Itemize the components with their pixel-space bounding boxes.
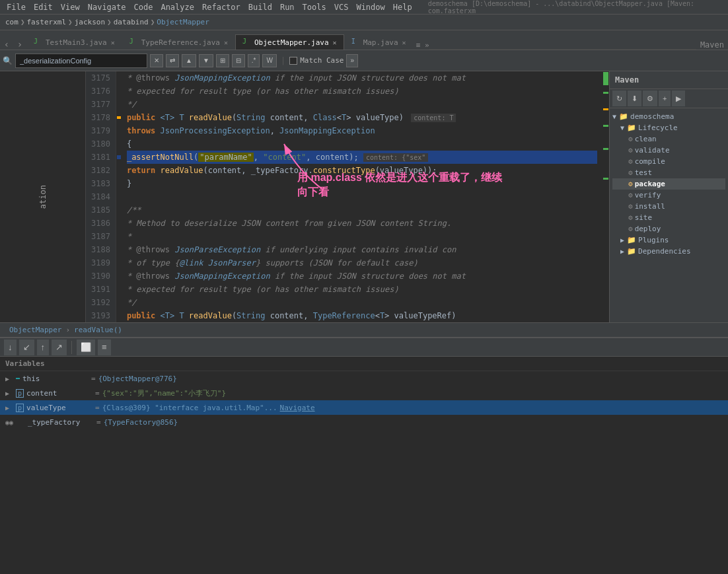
tab-testmain3-close[interactable]: ✕ [111, 39, 115, 46]
debug-frames-btn[interactable]: ⬜ [77, 340, 95, 355]
maven-toolbar: ↻ ⬇ ⚙ + ▶ [610, 89, 728, 108]
tab-nav-right[interactable]: › [13, 39, 26, 50]
tab-objectmapper[interactable]: J ObjectMapper.java ✕ [235, 34, 344, 50]
more-options-button[interactable]: » [346, 54, 358, 67]
search-input[interactable] [15, 54, 147, 68]
left-sidebar: ation [0, 71, 86, 322]
maven-tree-item-validate[interactable]: ⚙ validate [612, 145, 725, 156]
scroll-mark-green-2 [603, 92, 608, 94]
tab-map[interactable]: I Map.java ✕ [344, 34, 414, 50]
var-row-this[interactable]: ▶ this = {ObjectMapper@776} [0, 371, 728, 386]
code-line-3193: public <T> T readValue(String content, T… [127, 309, 597, 322]
breadcrumb-databind[interactable]: databind [114, 18, 149, 26]
code-line-3183: } [127, 177, 597, 190]
maven-more-btn[interactable]: ▶ [672, 90, 685, 106]
maven-settings-btn[interactable]: ⚙ [643, 90, 657, 106]
gear-icon-clean: ⚙ [628, 135, 633, 143]
maven-tab-label[interactable]: Maven [696, 40, 728, 50]
deps-folder-icon: 📁 [627, 247, 636, 256]
folder-collapsed-plugins-icon: ▶ [620, 236, 624, 244]
menu-vcs[interactable]: VCS [330, 1, 353, 13]
gutter-mark-orange [117, 116, 121, 119]
menu-build[interactable]: Build [244, 1, 276, 13]
maven-tree-item-plugins[interactable]: ▶ 📁 Plugins [612, 234, 725, 246]
title-text: demoschema [D:\demoschema] - ...\databin… [424, 0, 725, 16]
menu-code[interactable]: Code [130, 1, 157, 13]
bottom-bc-objectmapper[interactable]: ObjectMapper [9, 326, 61, 334]
maven-add-btn[interactable]: + [659, 90, 671, 106]
maven-tree-item-site[interactable]: ⚙ site [612, 212, 725, 223]
menu-navigate[interactable]: Navigate [84, 1, 130, 13]
next-match-button[interactable]: ▼ [199, 54, 213, 67]
editor: 3175 3176 3177 3178 3179 3180 3181 3182 … [86, 71, 609, 322]
clear-search-button[interactable]: ✕ [150, 54, 163, 67]
maven-tree-item-verify[interactable]: ⚙ verify [612, 190, 725, 201]
tab-map-close[interactable]: ✕ [402, 39, 406, 46]
maven-tree-item-deploy[interactable]: ⚙ deploy [612, 223, 725, 234]
expand-icon-valuetype[interactable]: ▶ [5, 404, 16, 412]
maven-tree-item-demoschema[interactable]: ▼ 📁 demoschema [612, 111, 725, 122]
maven-tree-item-compile[interactable]: ⚙ compile [612, 156, 725, 167]
find-all-button[interactable]: ⊞ [216, 54, 229, 67]
maven-download-btn[interactable]: ⬇ [628, 90, 641, 106]
regex-button[interactable]: .* [248, 54, 260, 67]
debug-run-to-cursor-btn[interactable]: ↗ [52, 340, 67, 355]
debug-step-out-btn[interactable]: ↑ [37, 340, 50, 355]
java-file-icon-3: J [242, 38, 252, 47]
debug-step-into-btn[interactable]: ↙ [19, 340, 34, 355]
menu-tools[interactable]: Tools [299, 1, 330, 13]
replace-toggle-button[interactable]: ⇄ [166, 54, 179, 67]
gear-icon-site: ⚙ [628, 213, 633, 222]
breadcrumb-com[interactable]: com [5, 18, 18, 26]
more-tabs-btn[interactable]: ≡ » [416, 41, 429, 50]
maven-tree-item-dependencies[interactable]: ▶ 📁 Dependencies [612, 246, 725, 257]
prev-match-button[interactable]: ▲ [182, 54, 196, 67]
maven-tree-item-clean[interactable]: ⚙ clean [612, 133, 725, 145]
menu-analyze[interactable]: Analyze [157, 1, 198, 13]
maven-tree-item-install[interactable]: ⚙ install [612, 201, 725, 212]
tab-testmain3[interactable]: J TestMain3.java ✕ [26, 34, 122, 50]
var-row-typefactory[interactable]: ◉◉ _typeFactory = {TypeFactory@856} [0, 415, 728, 429]
tab-typereference[interactable]: J TypeReference.java ✕ [122, 34, 235, 50]
scroll-gutter [602, 71, 609, 322]
breadcrumb-fasterxml[interactable]: fasterxml [27, 18, 67, 26]
menu-help[interactable]: Help [389, 1, 416, 13]
code-line-3182: return readValue(content, _typeFactory.c… [127, 164, 597, 177]
tab-nav-left[interactable]: ‹ [0, 39, 13, 50]
menu-view[interactable]: View [57, 1, 84, 13]
breadcrumb-jackson[interactable]: jackson [75, 18, 105, 26]
menu-bar: File Edit View Navigate Code Analyze Ref… [0, 0, 728, 15]
gear-icon-package: ⚙ [628, 180, 633, 188]
maven-tree-item-lifecycle[interactable]: ▼ 📁 Lifecycle [612, 122, 725, 133]
var-row-content[interactable]: ▶ p content = {"sex":"男","name":"小李飞刀"} [0, 386, 728, 400]
menu-run[interactable]: Run [276, 1, 299, 13]
menu-file[interactable]: File [3, 1, 30, 13]
expand-icon-content[interactable]: ▶ [5, 390, 16, 397]
menu-window[interactable]: Window [352, 1, 388, 13]
bottom-bc-readvalue[interactable]: readValue() [74, 326, 122, 334]
var-row-valuetype[interactable]: ▶ p valueType = {Class@309} "interface j… [0, 400, 728, 415]
interface-icon: I [351, 38, 361, 47]
expand-icon-typefactory[interactable]: ◉◉ [5, 419, 16, 426]
tab-objectmapper-close[interactable]: ✕ [333, 39, 337, 46]
filter-button[interactable]: ⊟ [232, 54, 245, 67]
maven-tree-item-package[interactable]: ⚙ package [612, 178, 725, 190]
menu-refactor[interactable]: Refactor [198, 1, 244, 13]
match-case-toggle[interactable]: Match Case [289, 56, 344, 65]
navigate-link[interactable]: Navigate [280, 404, 315, 412]
debug-step-over-btn[interactable]: ↓ [4, 340, 17, 355]
var-type-content: p [16, 389, 24, 398]
menu-edit[interactable]: Edit [30, 1, 57, 13]
scroll-mark-orange [603, 108, 608, 110]
expand-icon-this[interactable]: ▶ [5, 375, 16, 382]
word-button[interactable]: W [262, 54, 276, 67]
maven-tree-item-test[interactable]: ⚙ test [612, 167, 725, 178]
maven-refresh-btn[interactable]: ↻ [612, 90, 626, 106]
code-lines[interactable]: * @throws JsonMappingException if the in… [122, 71, 602, 322]
code-line-3186: * Method to deserialize JSON content fro… [127, 217, 597, 230]
breadcrumb-objectmapper[interactable]: ObjectMapper [157, 18, 209, 26]
folder-collapsed-deps-icon: ▶ [620, 248, 624, 255]
tab-typereference-close[interactable]: ✕ [224, 39, 228, 46]
debug-layout-btn[interactable]: ≡ [98, 340, 111, 355]
match-case-checkbox[interactable] [289, 57, 297, 65]
